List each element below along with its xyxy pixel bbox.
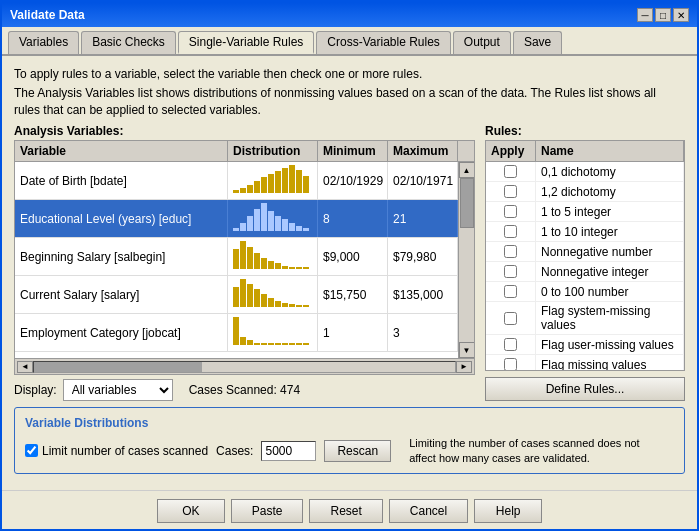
rule-name-cell: Flag user-missing values <box>536 335 684 354</box>
limit-cases-checkbox[interactable] <box>25 444 38 457</box>
minimum-cell: 02/10/1929 <box>318 162 388 199</box>
analysis-variables-label: Analysis Variables: <box>14 124 475 138</box>
rule-row[interactable]: 1,2 dichotomy <box>486 182 684 202</box>
rule-apply-cell[interactable] <box>486 355 536 370</box>
rule-apply-cell[interactable] <box>486 242 536 261</box>
scroll-right-btn[interactable]: ► <box>456 361 472 373</box>
display-select[interactable]: All variables Variables with rules <box>63 379 173 401</box>
help-button[interactable]: Help <box>474 499 542 523</box>
table-header: Variable Distribution Minimum Maximum <box>15 141 474 162</box>
maximize-button[interactable]: □ <box>655 8 671 22</box>
rule-row[interactable]: 0 to 100 number <box>486 282 684 302</box>
rule-apply-cell[interactable] <box>486 335 536 354</box>
rule-checkbox[interactable] <box>504 312 517 325</box>
display-label: Display: <box>14 383 57 397</box>
rule-apply-cell[interactable] <box>486 302 536 334</box>
minimum-cell: $9,000 <box>318 238 388 275</box>
rule-row[interactable]: Flag system-missing values <box>486 302 684 335</box>
rule-row[interactable]: Flag missing values <box>486 355 684 370</box>
rule-apply-cell[interactable] <box>486 182 536 201</box>
rule-checkbox[interactable] <box>504 265 517 278</box>
cancel-button[interactable]: Cancel <box>389 499 468 523</box>
rule-row[interactable]: Flag user-missing values <box>486 335 684 355</box>
scroll-track[interactable] <box>459 178 475 342</box>
table-row[interactable]: Employment Category [jobcat]13 <box>15 314 458 352</box>
scroll-up-btn[interactable]: ▲ <box>459 162 475 178</box>
main-area: Analysis Variables: Variable Distributio… <box>14 124 685 401</box>
minimum-cell: 8 <box>318 200 388 237</box>
rule-name-cell: Nonnegative integer <box>536 262 684 281</box>
rule-checkbox[interactable] <box>504 338 517 351</box>
title-bar: Validate Data ─ □ ✕ <box>2 3 697 27</box>
vertical-scrollbar[interactable]: ▲ ▼ <box>458 162 474 358</box>
distribution-cell <box>228 238 318 275</box>
variable-distributions-label: Variable Distributions <box>25 416 674 430</box>
limit-cases-label[interactable]: Limit number of cases scanned <box>25 444 208 458</box>
table-row[interactable]: Current Salary [salary]$15,750$135,000 <box>15 276 458 314</box>
rule-checkbox[interactable] <box>504 225 517 238</box>
table-row[interactable]: Date of Birth [bdate]02/10/192902/10/197… <box>15 162 458 200</box>
minimize-button[interactable]: ─ <box>637 8 653 22</box>
tab-output[interactable]: Output <box>453 31 511 54</box>
ok-button[interactable]: OK <box>157 499 225 523</box>
tab-bar: Variables Basic Checks Single-Variable R… <box>2 27 697 56</box>
rule-row[interactable]: 1 to 10 integer <box>486 222 684 242</box>
table-body[interactable]: Date of Birth [bdate]02/10/192902/10/197… <box>15 162 458 358</box>
table-row[interactable]: Educational Level (years) [educ]821 <box>15 200 458 238</box>
rule-apply-cell[interactable] <box>486 282 536 301</box>
rule-checkbox[interactable] <box>504 245 517 258</box>
distribution-cell <box>228 276 318 313</box>
rule-apply-cell[interactable] <box>486 222 536 241</box>
scroll-down-btn[interactable]: ▼ <box>459 342 475 358</box>
rule-checkbox[interactable] <box>504 185 517 198</box>
tab-variables[interactable]: Variables <box>8 31 79 54</box>
define-rules-button[interactable]: Define Rules... <box>485 377 685 401</box>
vd-note: Limiting the number of cases scanned doe… <box>409 436 640 465</box>
description-line2: The Analysis Variables list shows distri… <box>14 85 685 119</box>
rule-row[interactable]: Nonnegative number <box>486 242 684 262</box>
col-distribution: Distribution <box>228 141 318 161</box>
rule-checkbox[interactable] <box>504 285 517 298</box>
main-content: To apply rules to a variable, select the… <box>2 56 697 484</box>
rule-apply-cell[interactable] <box>486 202 536 221</box>
tab-save[interactable]: Save <box>513 31 562 54</box>
rule-name-cell: 1 to 10 integer <box>536 222 684 241</box>
close-button[interactable]: ✕ <box>673 8 689 22</box>
bottom-buttons: OK Paste Reset Cancel Help <box>2 490 697 529</box>
limit-cases-text: Limit number of cases scanned <box>42 444 208 458</box>
paste-button[interactable]: Paste <box>231 499 304 523</box>
minimum-cell: 1 <box>318 314 388 351</box>
rule-row[interactable]: Nonnegative integer <box>486 262 684 282</box>
rules-body[interactable]: 0,1 dichotomy1,2 dichotomy1 to 5 integer… <box>486 162 684 370</box>
scroll-left-btn[interactable]: ◄ <box>17 361 33 373</box>
reset-button[interactable]: Reset <box>309 499 382 523</box>
rule-apply-cell[interactable] <box>486 262 536 281</box>
minimum-cell: $15,750 <box>318 276 388 313</box>
maximum-cell: $79,980 <box>388 238 458 275</box>
display-row: Display: All variables Variables with ru… <box>14 379 475 401</box>
rule-row[interactable]: 1 to 5 integer <box>486 202 684 222</box>
variable-cell: Date of Birth [bdate] <box>15 162 228 199</box>
rule-name-cell: 0 to 100 number <box>536 282 684 301</box>
cases-input[interactable] <box>261 441 316 461</box>
rule-checkbox[interactable] <box>504 358 517 370</box>
rescan-button[interactable]: Rescan <box>324 440 391 462</box>
table-row[interactable]: Beginning Salary [salbegin]$9,000$79,980 <box>15 238 458 276</box>
left-panel: Analysis Variables: Variable Distributio… <box>14 124 475 401</box>
tab-single-variable-rules[interactable]: Single-Variable Rules <box>178 31 315 54</box>
tab-basic-checks[interactable]: Basic Checks <box>81 31 176 54</box>
h-scrollbar-track[interactable] <box>33 361 456 373</box>
rules-table: Apply Name 0,1 dichotomy1,2 dichotomy1 t… <box>485 140 685 371</box>
rule-apply-cell[interactable] <box>486 162 536 181</box>
tab-cross-variable-rules[interactable]: Cross-Variable Rules <box>316 31 450 54</box>
window-title: Validate Data <box>10 8 85 22</box>
maximum-cell: $135,000 <box>388 276 458 313</box>
horizontal-scrollbar-area[interactable]: ◄ ► <box>15 358 474 374</box>
rules-col-name: Name <box>536 141 684 161</box>
col-variable: Variable <box>15 141 228 161</box>
validate-data-window: Validate Data ─ □ ✕ Variables Basic Chec… <box>0 0 699 531</box>
rule-row[interactable]: 0,1 dichotomy <box>486 162 684 182</box>
rule-checkbox[interactable] <box>504 205 517 218</box>
rule-checkbox[interactable] <box>504 165 517 178</box>
title-bar-controls: ─ □ ✕ <box>637 8 689 22</box>
